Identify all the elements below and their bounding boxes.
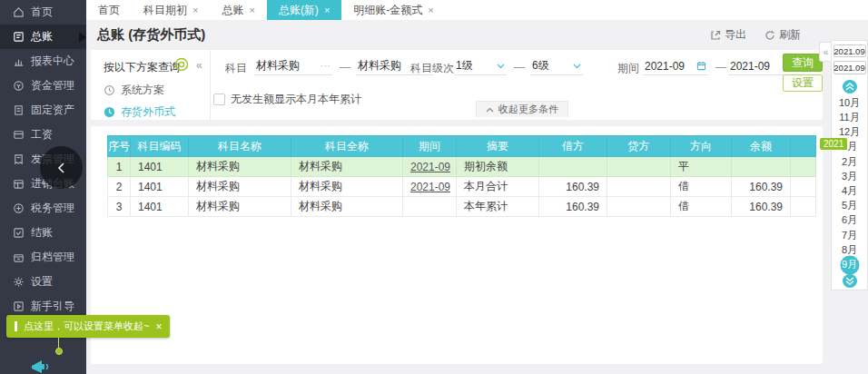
- month-item[interactable]: 2月: [832, 154, 867, 169]
- month-item[interactable]: 11月: [832, 110, 867, 124]
- subject-from-field[interactable]: 材料采购 ⋯: [254, 57, 332, 75]
- cell-extra: [791, 177, 816, 197]
- level-to-select[interactable]: 6级: [530, 57, 583, 75]
- cell-fullname: 材料采购: [291, 177, 403, 197]
- cell-direction: 借: [671, 177, 732, 197]
- sidebar-item-archive[interactable]: 归档管理: [0, 245, 86, 270]
- table-row[interactable]: 3 1401 材料采购 材料采购 本年累计 160.39 借 160.39: [108, 197, 816, 217]
- chevron-down-icon: [573, 64, 581, 69]
- sidebar-collapse-button[interactable]: [40, 146, 83, 189]
- month-item[interactable]: 10月: [832, 95, 867, 110]
- sidebar-item-general-ledger[interactable]: 总账: [0, 25, 86, 49]
- tab-label: 首页: [98, 3, 120, 18]
- month-item[interactable]: 4月: [832, 183, 867, 198]
- tab-subject-opening[interactable]: 科目期初 ×: [132, 0, 210, 20]
- level-to-value: 6级: [532, 58, 549, 74]
- sidebar-item-label: 新手引导: [31, 299, 74, 314]
- scroll-down-button[interactable]: [843, 274, 857, 288]
- refresh-button[interactable]: 刷新: [764, 27, 801, 43]
- chevron-down-icon: [497, 64, 505, 69]
- tab-general-ledger-new[interactable]: 总账(新) ×: [267, 0, 341, 20]
- scroll-up-button[interactable]: [843, 80, 857, 94]
- cell-name: 材料采购: [189, 197, 291, 217]
- subject-to-value: 材料采购: [358, 58, 401, 74]
- sidebar-item-closing[interactable]: 结账: [0, 221, 86, 245]
- sidebar-item-label: 报表中心: [31, 54, 74, 69]
- sidebar-item-fixed-assets[interactable]: 固定资产: [0, 98, 86, 123]
- tab-close-icon[interactable]: ×: [324, 5, 330, 15]
- col-seq[interactable]: 序号: [108, 136, 131, 157]
- checkbox[interactable]: [213, 94, 225, 105]
- period-link[interactable]: 2021-09: [410, 181, 450, 193]
- month-label: 9月: [842, 258, 857, 271]
- cell-credit: [607, 197, 671, 217]
- announcement-megaphone-icon[interactable]: [29, 359, 53, 374]
- table-row[interactable]: 2 1401 材料采购 材料采购 2021-09 本月合计 160.39 借 1…: [108, 177, 816, 197]
- scheme-item-system[interactable]: 系统方案: [104, 83, 164, 98]
- tooltip-pointer-dot: [55, 348, 63, 355]
- trade-ledger-icon: [12, 178, 25, 191]
- col-summary[interactable]: 摘要: [457, 136, 539, 157]
- app-root: 首页 总账 报表中心 资金管理 固定资产 工资 发票管理 进销台账: [0, 0, 868, 374]
- settings-button[interactable]: 设置: [783, 74, 823, 92]
- sidebar-item-home[interactable]: 首页: [0, 0, 86, 25]
- table-row[interactable]: 1 1401 材料采购 材料采购 2021-09 期初余额 平: [108, 157, 816, 177]
- tab-general-ledger[interactable]: 总账 ×: [210, 0, 266, 20]
- scheme-collapse-icon[interactable]: «: [196, 59, 202, 72]
- sidebar-item-tax[interactable]: 税务管理: [0, 196, 86, 221]
- month-item-selected[interactable]: 9月: [832, 257, 867, 271]
- sidebar-item-settings[interactable]: 设置: [0, 270, 86, 294]
- period-from-field[interactable]: 2021-09: [643, 57, 708, 75]
- scheme-item-label: 存货外币式: [121, 104, 175, 120]
- month-item[interactable]: 3月: [832, 169, 867, 183]
- month-label: 4月: [842, 184, 857, 198]
- month-item[interactable]: 7月: [832, 228, 867, 242]
- refresh-label: 刷新: [779, 27, 801, 43]
- scheme-item-label: 系统方案: [121, 83, 164, 98]
- tab-close-icon[interactable]: ×: [192, 5, 198, 15]
- sidebar-item-funds[interactable]: 资金管理: [0, 74, 86, 98]
- period-from-box[interactable]: 2021.09: [833, 44, 866, 57]
- scheme-target-icon[interactable]: [174, 57, 189, 72]
- month-item[interactable]: 6月: [832, 213, 867, 228]
- system-scheme-icon: [104, 84, 115, 96]
- export-label: 导出: [725, 27, 746, 43]
- cell-seq: 3: [108, 197, 131, 217]
- col-subject-fullname[interactable]: 科目全称: [291, 136, 403, 157]
- month-label: 12月: [839, 125, 860, 139]
- tab-detail-ledger[interactable]: 明细账-金额式 ×: [341, 0, 445, 20]
- sidebar-item-report-center[interactable]: 报表中心: [0, 49, 86, 74]
- cell-direction: 平: [671, 157, 732, 177]
- period-link[interactable]: 2021-09: [410, 161, 450, 173]
- building-icon: [12, 104, 25, 117]
- col-subject-code[interactable]: 科目编码: [131, 136, 189, 157]
- level-from-select[interactable]: 1级: [454, 57, 507, 75]
- scheme-item-inventory-foreign[interactable]: 存货外币式: [104, 104, 175, 120]
- col-debit[interactable]: 借方: [539, 136, 607, 157]
- col-credit[interactable]: 贷方: [607, 136, 671, 157]
- search-button[interactable]: 查询: [783, 54, 823, 72]
- collapse-more-conditions-button[interactable]: 收起更多条件: [476, 101, 568, 117]
- cell-balance: 160.39: [732, 197, 791, 217]
- sidebar-item-salary[interactable]: 工资: [0, 123, 86, 147]
- tab-close-icon[interactable]: ×: [428, 5, 433, 15]
- sidebar-item-label: 工资: [31, 127, 53, 143]
- period-panel-collapse-tab[interactable]: «: [819, 42, 832, 62]
- filter-card: 按以下方案查询 « 系统方案 存货外币式 科目 材料采购 ⋯ — 材料采购 ⋯ …: [91, 50, 823, 120]
- export-button[interactable]: 导出: [710, 27, 746, 43]
- tooltip-close-icon[interactable]: ×: [155, 320, 162, 333]
- tab-home[interactable]: 首页: [86, 0, 132, 20]
- tab-close-icon[interactable]: ×: [249, 5, 254, 15]
- col-direction[interactable]: 方向: [671, 136, 732, 157]
- month-label: 7月: [842, 229, 857, 242]
- month-item[interactable]: 5月: [832, 199, 867, 213]
- cell-extra: [791, 157, 816, 177]
- tab-label: 总账: [222, 3, 243, 18]
- period-quick-panel: 2021.09 2021.09 10月 11月 12月 1月 2月 3月 4月 …: [831, 40, 868, 290]
- no-activity-checkbox-row[interactable]: 无发生额显示本月本年累计: [213, 92, 361, 107]
- period-to-box[interactable]: 2021.09: [833, 61, 866, 74]
- cell-period: 2021-09: [403, 157, 457, 177]
- col-subject-name[interactable]: 科目名称: [189, 136, 291, 157]
- col-period[interactable]: 期间: [403, 136, 457, 157]
- col-balance[interactable]: 余额: [732, 136, 791, 157]
